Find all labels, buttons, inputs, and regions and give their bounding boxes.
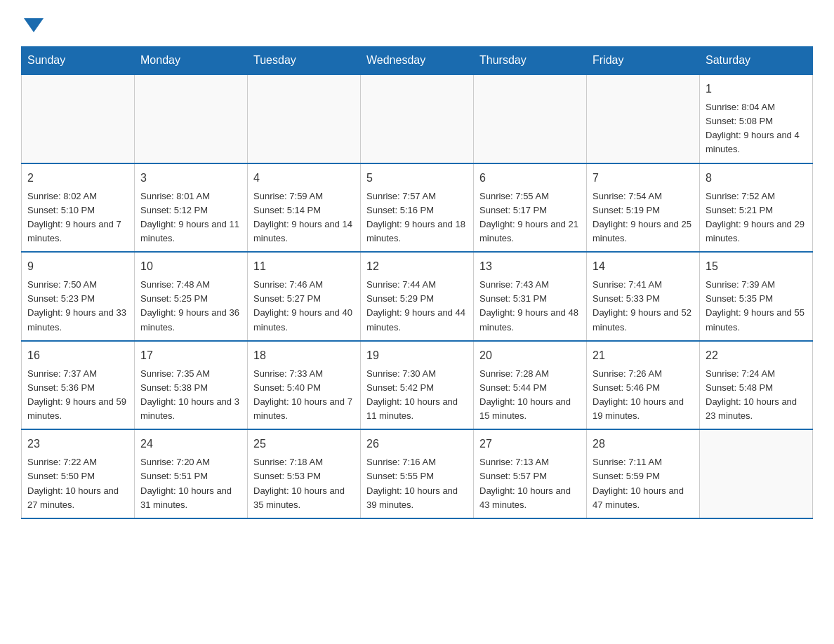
day-number: 10 xyxy=(140,258,241,275)
calendar-week-row: 1Sunrise: 8:04 AMSunset: 5:08 PMDaylight… xyxy=(22,74,813,163)
day-info: Sunrise: 7:54 AMSunset: 5:19 PMDaylight:… xyxy=(593,189,694,246)
calendar-cell: 2Sunrise: 8:02 AMSunset: 5:10 PMDaylight… xyxy=(22,163,135,253)
calendar-cell: 22Sunrise: 7:24 AMSunset: 5:48 PMDayligh… xyxy=(700,341,813,430)
day-number: 22 xyxy=(706,347,807,364)
day-number: 28 xyxy=(593,436,694,452)
calendar-cell: 5Sunrise: 7:57 AMSunset: 5:16 PMDaylight… xyxy=(361,163,474,253)
calendar-cell xyxy=(22,74,135,163)
day-number: 16 xyxy=(27,347,128,364)
weekday-header-thursday: Thursday xyxy=(474,47,587,75)
calendar-cell: 21Sunrise: 7:26 AMSunset: 5:46 PMDayligh… xyxy=(587,341,700,430)
day-info: Sunrise: 7:28 AMSunset: 5:44 PMDaylight:… xyxy=(479,367,581,424)
day-info: Sunrise: 7:30 AMSunset: 5:42 PMDaylight:… xyxy=(366,367,468,424)
calendar-cell xyxy=(474,74,587,163)
calendar-cell: 14Sunrise: 7:41 AMSunset: 5:33 PMDayligh… xyxy=(587,252,700,341)
calendar-cell xyxy=(248,74,361,163)
calendar-cell: 18Sunrise: 7:33 AMSunset: 5:40 PMDayligh… xyxy=(248,341,361,430)
weekday-header-friday: Friday xyxy=(587,47,700,75)
calendar-cell xyxy=(700,429,813,518)
calendar-cell: 24Sunrise: 7:20 AMSunset: 5:51 PMDayligh… xyxy=(135,429,248,518)
day-number: 2 xyxy=(27,170,128,187)
weekday-header-saturday: Saturday xyxy=(700,47,813,75)
day-number: 13 xyxy=(479,258,581,275)
calendar-cell: 27Sunrise: 7:13 AMSunset: 5:57 PMDayligh… xyxy=(474,429,587,518)
day-info: Sunrise: 7:33 AMSunset: 5:40 PMDaylight:… xyxy=(253,367,355,424)
day-info: Sunrise: 7:37 AMSunset: 5:36 PMDaylight:… xyxy=(27,367,128,424)
day-info: Sunrise: 7:20 AMSunset: 5:51 PMDaylight:… xyxy=(140,455,241,512)
calendar-table: SundayMondayTuesdayWednesdayThursdayFrid… xyxy=(21,46,813,519)
calendar-cell: 16Sunrise: 7:37 AMSunset: 5:36 PMDayligh… xyxy=(22,341,135,430)
page-header xyxy=(21,14,813,32)
calendar-week-row: 23Sunrise: 7:22 AMSunset: 5:50 PMDayligh… xyxy=(22,429,813,518)
day-number: 14 xyxy=(593,258,694,275)
day-info: Sunrise: 7:35 AMSunset: 5:38 PMDaylight:… xyxy=(140,367,241,424)
calendar-cell: 13Sunrise: 7:43 AMSunset: 5:31 PMDayligh… xyxy=(474,252,587,341)
day-info: Sunrise: 7:57 AMSunset: 5:16 PMDaylight:… xyxy=(366,189,468,246)
day-info: Sunrise: 7:55 AMSunset: 5:17 PMDaylight:… xyxy=(479,189,581,246)
calendar-cell: 17Sunrise: 7:35 AMSunset: 5:38 PMDayligh… xyxy=(135,341,248,430)
calendar-cell: 26Sunrise: 7:16 AMSunset: 5:55 PMDayligh… xyxy=(361,429,474,518)
day-number: 3 xyxy=(140,170,241,187)
day-number: 6 xyxy=(479,170,581,187)
calendar-cell: 8Sunrise: 7:52 AMSunset: 5:21 PMDaylight… xyxy=(700,163,813,253)
day-info: Sunrise: 7:48 AMSunset: 5:25 PMDaylight:… xyxy=(140,278,241,335)
day-info: Sunrise: 7:52 AMSunset: 5:21 PMDaylight:… xyxy=(706,189,807,246)
day-number: 21 xyxy=(593,347,694,364)
day-info: Sunrise: 7:22 AMSunset: 5:50 PMDaylight:… xyxy=(27,455,128,512)
logo-arrow-icon xyxy=(24,18,44,32)
day-info: Sunrise: 7:24 AMSunset: 5:48 PMDaylight:… xyxy=(706,367,807,424)
calendar-cell: 12Sunrise: 7:44 AMSunset: 5:29 PMDayligh… xyxy=(361,252,474,341)
calendar-cell: 28Sunrise: 7:11 AMSunset: 5:59 PMDayligh… xyxy=(587,429,700,518)
calendar-cell: 11Sunrise: 7:46 AMSunset: 5:27 PMDayligh… xyxy=(248,252,361,341)
day-number: 26 xyxy=(366,436,468,452)
day-info: Sunrise: 7:39 AMSunset: 5:35 PMDaylight:… xyxy=(706,278,807,335)
calendar-cell: 10Sunrise: 7:48 AMSunset: 5:25 PMDayligh… xyxy=(135,252,248,341)
day-number: 17 xyxy=(140,347,241,364)
day-number: 24 xyxy=(140,436,241,452)
day-number: 7 xyxy=(593,170,694,187)
day-number: 27 xyxy=(479,436,581,452)
calendar-cell: 20Sunrise: 7:28 AMSunset: 5:44 PMDayligh… xyxy=(474,341,587,430)
day-number: 12 xyxy=(366,258,468,275)
calendar-cell: 7Sunrise: 7:54 AMSunset: 5:19 PMDaylight… xyxy=(587,163,700,253)
calendar-week-row: 9Sunrise: 7:50 AMSunset: 5:23 PMDaylight… xyxy=(22,252,813,341)
day-info: Sunrise: 8:04 AMSunset: 5:08 PMDaylight:… xyxy=(706,100,807,157)
day-info: Sunrise: 8:01 AMSunset: 5:12 PMDaylight:… xyxy=(140,189,241,246)
day-info: Sunrise: 7:26 AMSunset: 5:46 PMDaylight:… xyxy=(593,367,694,424)
day-number: 1 xyxy=(706,81,807,98)
day-number: 23 xyxy=(27,436,128,452)
day-number: 11 xyxy=(253,258,355,275)
day-info: Sunrise: 7:41 AMSunset: 5:33 PMDaylight:… xyxy=(593,278,694,335)
day-info: Sunrise: 7:43 AMSunset: 5:31 PMDaylight:… xyxy=(479,278,581,335)
calendar-cell: 6Sunrise: 7:55 AMSunset: 5:17 PMDaylight… xyxy=(474,163,587,253)
calendar-cell: 23Sunrise: 7:22 AMSunset: 5:50 PMDayligh… xyxy=(22,429,135,518)
day-info: Sunrise: 8:02 AMSunset: 5:10 PMDaylight:… xyxy=(27,189,128,246)
calendar-cell xyxy=(361,74,474,163)
day-number: 5 xyxy=(366,170,468,187)
day-info: Sunrise: 7:46 AMSunset: 5:27 PMDaylight:… xyxy=(253,278,355,335)
day-number: 20 xyxy=(479,347,581,364)
day-number: 9 xyxy=(27,258,128,275)
calendar-cell: 15Sunrise: 7:39 AMSunset: 5:35 PMDayligh… xyxy=(700,252,813,341)
calendar-week-row: 16Sunrise: 7:37 AMSunset: 5:36 PMDayligh… xyxy=(22,341,813,430)
calendar-cell xyxy=(587,74,700,163)
day-info: Sunrise: 7:59 AMSunset: 5:14 PMDaylight:… xyxy=(253,189,355,246)
logo xyxy=(21,14,44,32)
day-number: 4 xyxy=(253,170,355,187)
day-info: Sunrise: 7:16 AMSunset: 5:55 PMDaylight:… xyxy=(366,455,468,512)
calendar-header-row: SundayMondayTuesdayWednesdayThursdayFrid… xyxy=(22,47,813,75)
day-info: Sunrise: 7:50 AMSunset: 5:23 PMDaylight:… xyxy=(27,278,128,335)
calendar-week-row: 2Sunrise: 8:02 AMSunset: 5:10 PMDaylight… xyxy=(22,163,813,253)
day-number: 25 xyxy=(253,436,355,452)
calendar-cell: 19Sunrise: 7:30 AMSunset: 5:42 PMDayligh… xyxy=(361,341,474,430)
weekday-header-monday: Monday xyxy=(135,47,248,75)
day-number: 8 xyxy=(706,170,807,187)
calendar-cell: 25Sunrise: 7:18 AMSunset: 5:53 PMDayligh… xyxy=(248,429,361,518)
logo-top xyxy=(21,14,44,32)
calendar-cell: 9Sunrise: 7:50 AMSunset: 5:23 PMDaylight… xyxy=(22,252,135,341)
day-info: Sunrise: 7:18 AMSunset: 5:53 PMDaylight:… xyxy=(253,455,355,512)
day-info: Sunrise: 7:11 AMSunset: 5:59 PMDaylight:… xyxy=(593,455,694,512)
day-number: 19 xyxy=(366,347,468,364)
calendar-cell: 4Sunrise: 7:59 AMSunset: 5:14 PMDaylight… xyxy=(248,163,361,253)
calendar-cell xyxy=(135,74,248,163)
